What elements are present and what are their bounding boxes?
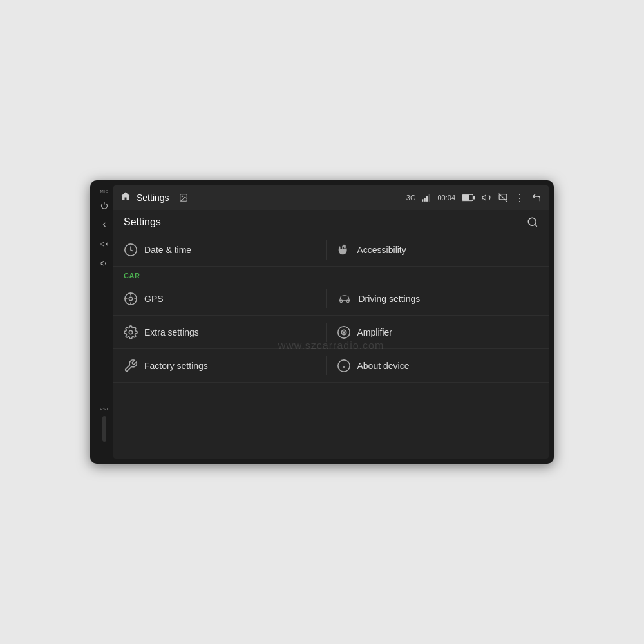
battery-icon	[462, 194, 475, 202]
rst-label: RST	[100, 407, 109, 411]
datetime-label: Date & time	[144, 245, 191, 255]
time-display: 00:04	[437, 194, 455, 202]
gps-label: GPS	[144, 294, 164, 304]
clock-icon	[124, 243, 138, 257]
factory-settings-item[interactable]: Factory settings	[124, 359, 326, 373]
content-area: Settings www.szcarradio.com Date & time	[113, 210, 549, 459]
svg-marker-0	[101, 242, 104, 247]
svg-rect-10	[429, 194, 430, 202]
svg-point-17	[528, 218, 536, 225]
status-bar: 3G 00:04 ⋮	[406, 192, 542, 204]
svg-marker-14	[482, 195, 486, 200]
settings-row-extra-amplifier[interactable]: Extra settings Amplifier	[113, 316, 549, 349]
amplifier-item[interactable]: Amplifier	[327, 325, 539, 339]
screen-off-icon[interactable]	[498, 193, 508, 202]
side-slider	[102, 416, 106, 442]
back-side-button[interactable]	[97, 218, 111, 232]
datetime-item[interactable]: Date & time	[124, 243, 326, 257]
settings-row-datetime-accessibility[interactable]: Date & time Accessibility	[113, 233, 549, 267]
driving-settings-label: Driving settings	[359, 294, 421, 304]
svg-marker-3	[101, 261, 104, 266]
volume-icon[interactable]	[481, 193, 491, 202]
driving-settings-item[interactable]: Driving settings	[327, 293, 539, 305]
more-options-button[interactable]: ⋮	[515, 192, 524, 204]
svg-rect-13	[462, 195, 469, 200]
mic-label: MIC	[100, 189, 109, 193]
content-title: Settings	[124, 216, 161, 228]
svg-rect-9	[426, 196, 428, 202]
home-button[interactable]	[120, 191, 131, 205]
accessibility-label: Accessibility	[357, 245, 406, 255]
extra-settings-item[interactable]: Extra settings	[124, 325, 326, 339]
signal-bars-icon	[422, 194, 431, 202]
about-device-item[interactable]: About device	[327, 359, 539, 373]
svg-point-6	[182, 196, 183, 197]
signal-indicator: 3G	[406, 194, 416, 202]
car-icon	[337, 293, 352, 305]
svg-point-21	[129, 297, 133, 301]
image-icon	[178, 193, 189, 202]
amplifier-label: Amplifier	[357, 327, 392, 337]
settings-row-gps-driving[interactable]: GPS Driving settings	[113, 282, 549, 316]
settings-row-factory-about[interactable]: Factory settings About device	[113, 349, 549, 383]
factory-settings-icon	[124, 359, 138, 373]
screen: Settings 3G 00:04	[113, 185, 549, 459]
svg-line-16	[499, 194, 507, 202]
power-button[interactable]	[97, 198, 111, 213]
svg-rect-12	[473, 196, 475, 199]
side-panel: MIC RST	[95, 185, 113, 459]
accessibility-item[interactable]: Accessibility	[327, 243, 539, 257]
svg-rect-7	[422, 199, 423, 202]
svg-point-31	[343, 332, 345, 333]
device-frame: MIC RST	[90, 180, 554, 464]
extra-settings-label: Extra settings	[144, 327, 199, 337]
about-device-label: About device	[357, 361, 410, 371]
back-button[interactable]	[531, 193, 542, 203]
top-bar: Settings 3G 00:04	[113, 185, 549, 210]
svg-rect-8	[424, 198, 426, 202]
volume-up-button[interactable]	[97, 237, 111, 251]
svg-point-28	[129, 330, 133, 334]
factory-settings-label: Factory settings	[144, 361, 208, 371]
car-section-header: CAR	[113, 267, 549, 282]
volume-down-button[interactable]	[97, 256, 111, 270]
search-button[interactable]	[527, 216, 538, 228]
gps-item[interactable]: GPS	[124, 292, 326, 306]
gps-icon	[124, 292, 138, 306]
extra-settings-icon	[124, 325, 138, 339]
amplifier-icon	[337, 325, 351, 339]
settings-area: www.szcarradio.com Date & time	[113, 233, 549, 459]
svg-line-18	[535, 224, 536, 226]
about-device-icon	[337, 359, 351, 373]
hand-icon	[337, 243, 351, 257]
topbar-title: Settings	[137, 193, 169, 203]
content-header: Settings	[113, 210, 549, 233]
